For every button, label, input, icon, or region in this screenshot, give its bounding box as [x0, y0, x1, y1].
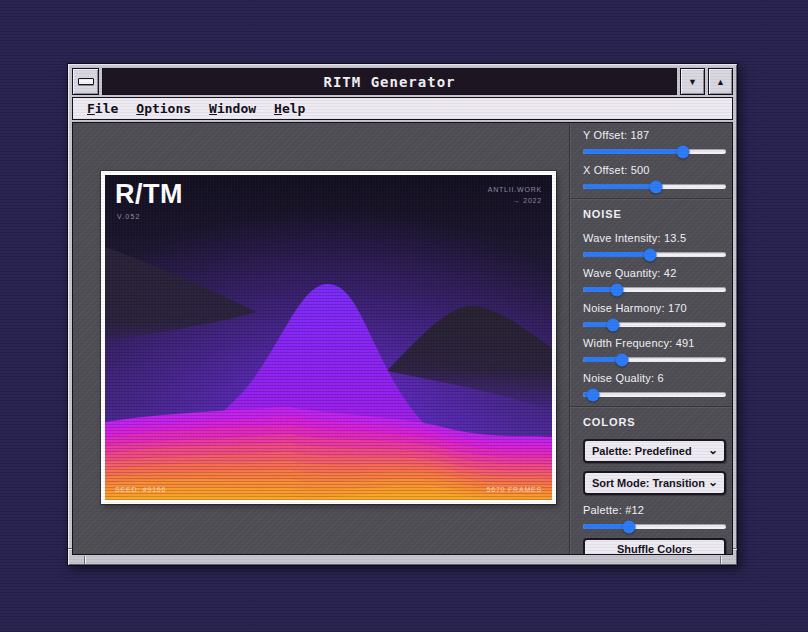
y-offset-label: Y Offset: 187 — [583, 128, 726, 142]
noise-quality-label: Noise Quality: 6 — [583, 371, 726, 385]
sort-mode-dropdown[interactable]: Sort Mode: Transition ⌄ — [583, 471, 726, 495]
palette-number-slider[interactable] — [583, 524, 726, 529]
slider-thumb[interactable] — [622, 520, 635, 533]
slider-thumb[interactable] — [649, 180, 662, 193]
resize-notch — [84, 556, 85, 564]
slider-fill — [583, 184, 656, 189]
window-title: RITM Generator — [323, 74, 455, 90]
wave-intensity-slider[interactable] — [583, 252, 726, 257]
controls-sidebar: Y Offset: 187 X Offset: 500 NOISE Wave I… — [569, 123, 732, 554]
wave-intensity-label: Wave Intensity: 13.5 — [583, 231, 726, 245]
wave-quantity-label: Wave Quantity: 42 — [583, 266, 726, 280]
y-offset-slider[interactable] — [583, 149, 726, 154]
artwork-version: V.052 — [117, 213, 141, 220]
artwork-frames: 5670 FRAMES — [487, 486, 543, 493]
titlebar-row: RITM Generator ▼ ▲ — [72, 68, 733, 95]
sort-mode-dropdown-value: Sort Mode: Transition — [592, 477, 705, 489]
slider-thumb[interactable] — [587, 388, 600, 401]
palette-number-label: Palette: #12 — [583, 503, 726, 517]
artwork-frame: R/TM V.052 ANTLII.WORK → 2022 SEED: #916… — [101, 171, 556, 504]
wave-art-svg — [105, 175, 552, 500]
noise-harmony-label: Noise Harmony: 170 — [583, 301, 726, 315]
menu-bar: File Options Window Help — [72, 97, 733, 120]
palette-dropdown-value: Palette: Predefined — [592, 445, 692, 457]
width-frequency-label: Width Frequency: 491 — [583, 336, 726, 350]
slider-fill — [583, 149, 683, 154]
shuffle-colors-button[interactable]: Shuffle Colors — [583, 538, 726, 555]
slider-thumb[interactable] — [615, 353, 628, 366]
chevron-down-icon: ⌄ — [708, 447, 718, 454]
resize-notch — [720, 556, 721, 564]
slider-thumb[interactable] — [677, 145, 690, 158]
slider-fill — [583, 252, 650, 257]
app-window: RITM Generator ▼ ▲ File Options Window H… — [67, 63, 738, 566]
section-divider — [570, 198, 732, 199]
noise-section-header: NOISE — [583, 208, 726, 220]
slider-thumb[interactable] — [607, 318, 620, 331]
titlebar[interactable]: RITM Generator — [102, 68, 677, 95]
width-frequency-slider[interactable] — [583, 357, 726, 362]
menu-item-help[interactable]: Help — [265, 100, 314, 117]
canvas-zone: R/TM V.052 ANTLII.WORK → 2022 SEED: #916… — [73, 123, 569, 554]
x-offset-label: X Offset: 500 — [583, 163, 726, 177]
system-menu-button[interactable] — [72, 68, 99, 95]
resize-notch — [68, 548, 72, 549]
artwork-credit-studio: ANTLII.WORK — [488, 184, 542, 195]
resize-notch — [733, 548, 737, 549]
generative-artwork: R/TM V.052 ANTLII.WORK → 2022 SEED: #916… — [105, 175, 552, 500]
menu-item-options[interactable]: Options — [127, 100, 200, 117]
wave-quantity-slider[interactable] — [583, 287, 726, 292]
artwork-seed: SEED: #9166 — [115, 486, 166, 493]
artwork-credit-year: → 2022 — [488, 195, 542, 206]
slider-thumb[interactable] — [644, 248, 657, 261]
noise-quality-slider[interactable] — [583, 392, 726, 397]
arrow-down-icon: ▼ — [688, 77, 697, 87]
palette-dropdown[interactable]: Palette: Predefined ⌄ — [583, 439, 726, 463]
scroll-up-button[interactable]: ▲ — [708, 68, 733, 95]
noise-harmony-slider[interactable] — [583, 322, 726, 327]
client-area: R/TM V.052 ANTLII.WORK → 2022 SEED: #916… — [72, 122, 733, 555]
arrow-up-icon: ▲ — [716, 77, 725, 87]
menu-item-file[interactable]: File — [78, 100, 127, 117]
scroll-down-button[interactable]: ▼ — [680, 68, 705, 95]
artwork-credit: ANTLII.WORK → 2022 — [488, 184, 542, 206]
menu-item-window[interactable]: Window — [200, 100, 265, 117]
slider-thumb[interactable] — [611, 283, 624, 296]
x-offset-slider[interactable] — [583, 184, 726, 189]
artwork-logo: R/TM — [115, 179, 183, 210]
system-menu-icon — [78, 78, 94, 85]
section-divider — [570, 406, 732, 407]
chevron-down-icon: ⌄ — [708, 479, 718, 486]
colors-section-header: COLORS — [583, 416, 726, 428]
